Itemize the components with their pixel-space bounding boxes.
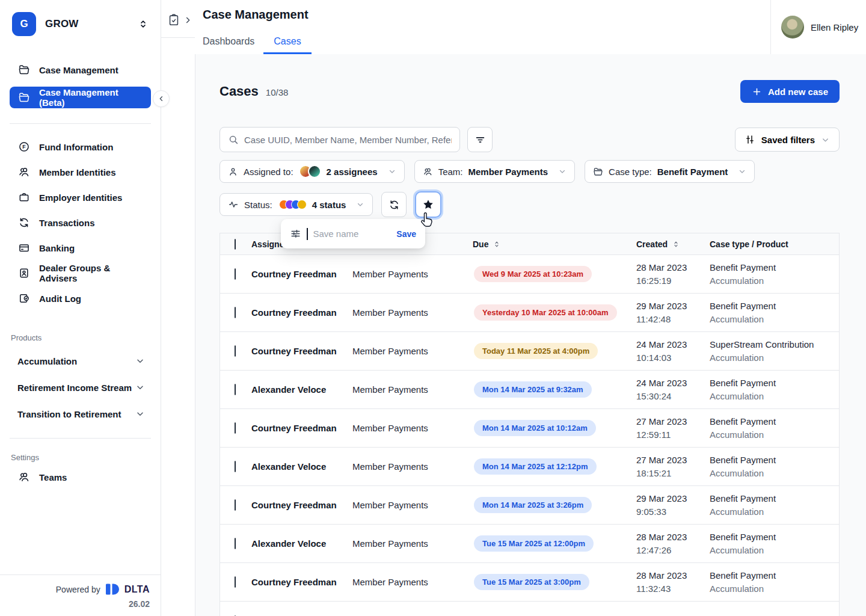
table-row[interactable]: Courtney Freedman Member Payments Wed 9 … [220,255,839,294]
filter-lines-button[interactable] [467,127,493,152]
settings-section-label: Settings [0,453,161,462]
app-version: 26.02 [11,599,150,609]
case-type: Benefit Payment [710,378,839,388]
table-row[interactable]: Courtney Freedman Member Payments Mon 14… [220,486,839,525]
org-switcher[interactable]: G GROW [0,0,161,36]
row-checkbox[interactable] [235,461,236,472]
star-icon [422,199,434,211]
created-time: 12:47:26 [636,545,707,555]
search-box [220,127,460,152]
sidebar-item-audit-log[interactable]: Audit Log [10,290,151,307]
row-checkbox[interactable] [235,538,236,549]
row-checkbox[interactable] [235,422,236,434]
sidebar-nav-settings: Teams [10,469,151,485]
created-cell: 27 Mar 2023 18:15:21 [634,455,707,478]
created-date: 29 Mar 2023 [636,301,707,311]
row-checkbox[interactable] [235,307,236,318]
due-chip: Mon 14 Mar 2025 at 9:32am [474,381,592,398]
activity-icon [228,199,239,210]
sidebar-item-teams[interactable]: Teams [10,469,151,485]
row-checkbox[interactable] [235,268,236,280]
col-created: Created [636,239,668,249]
case-type: Benefit Payment [710,301,839,311]
status-dot [297,200,307,209]
table-row[interactable]: Courtney Freedman Member Payments Today … [220,332,839,371]
filter-case-type[interactable]: Case type: Benefit Payment [585,160,755,183]
product: Accumulation [710,353,839,363]
assignee-avatars [299,165,321,178]
case-type: Benefit Payment [710,493,839,504]
table-row[interactable]: 29 Mar 2023 Benefit Payment [220,602,839,616]
product-retirement-income-stream[interactable]: Retirement Income Stream [0,379,161,396]
sidebar-item-label: Audit Log [39,294,81,304]
strip-divider [161,37,195,38]
product-transition-to-retirement[interactable]: Transition to Retirement [0,405,161,422]
save-name-input[interactable] [313,229,392,239]
created-time: 9:05:33 [636,507,707,517]
search-input[interactable] [244,135,452,145]
case-type-cell: SuperStream Contribution Accumulation [707,339,839,363]
id-badge-icon [18,267,30,279]
sidebar-divider [10,123,151,124]
table-row[interactable]: Alexander Veloce Member Payments Mon 14 … [220,371,839,409]
sidebar-item-banking[interactable]: Banking [10,239,151,256]
filter-team[interactable]: Team: Member Payments [414,160,575,183]
sort-icon[interactable] [672,240,680,248]
page-header: Case Management Dashboards Cases Ellen R… [161,0,866,54]
saved-filters-button[interactable]: Saved filters [735,128,840,152]
product-accumulation[interactable]: Accumulation [0,353,161,369]
sidebar-item-dealer-groups[interactable]: Dealer Groups & Advisers [10,265,151,282]
user-menu[interactable]: Ellen Ripley [770,0,866,54]
sidebar-item-member-identities[interactable]: Member Identities [10,164,151,180]
created-date: 27 Mar 2023 [636,455,707,465]
refresh-button[interactable] [381,192,407,217]
sidebar-nav-main: F Fund Information Member Identities Emp… [10,138,151,307]
sidebar-item-label: Case Management (Beta) [39,87,143,108]
row-checkbox[interactable] [235,345,236,357]
tab-cases[interactable]: Cases [263,36,311,54]
sidebar-collapse-button[interactable] [153,90,170,107]
team-name: Member Payments [350,500,470,510]
clipboard-check-icon[interactable] [167,13,180,26]
product: Accumulation [710,584,839,594]
table-row[interactable]: Courtney Freedman Member Payments Mon 14… [220,409,839,448]
select-all-checkbox[interactable] [235,239,236,250]
status-dots [279,200,307,209]
sidebar-item-transactions[interactable]: Transactions [10,214,151,231]
team-name: Member Payments [350,423,470,433]
sidebar-item-label: Dealer Groups & Advisers [39,263,143,283]
save-filter-star-button[interactable] [415,191,441,218]
folder-icon [593,167,603,177]
row-checkbox[interactable] [235,499,236,511]
team-name: Member Payments [350,461,470,472]
chevron-right-icon[interactable] [183,16,192,25]
row-checkbox[interactable] [235,576,236,588]
team-name: Member Payments [350,384,470,395]
due-chip: Tue 15 Mar 2025 at 3:00pm [474,574,589,590]
table-row[interactable]: Alexander Veloce Member Payments Tue 15 … [220,525,839,563]
sidebar-item-fund-information[interactable]: F Fund Information [10,138,151,155]
case-type: SuperStream Contribution [710,339,839,350]
sidebar-item-case-management-beta[interactable]: Case Management (Beta) [10,87,151,108]
tab-dashboards[interactable]: Dashboards [203,36,254,54]
case-type: Benefit Payment [710,416,839,427]
sidebar-item-employer-identities[interactable]: Employer Identities [10,189,151,206]
filter-assigned-to[interactable]: Assigned to: 2 assignees [220,160,405,183]
row-checkbox[interactable] [235,384,236,395]
org-logo: G [12,12,36,36]
sidebar-item-label: Member Identities [39,167,116,177]
case-type-cell: Benefit Payment Accumulation [707,493,839,517]
table-row[interactable]: Courtney Freedman Member Payments Yester… [220,294,839,332]
table-row[interactable]: Alexander Veloce Member Payments Mon 14 … [220,448,839,486]
created-cell: 28 Mar 2023 16:25:19 [634,262,707,286]
unfold-icon[interactable] [138,19,149,29]
add-new-case-button[interactable]: Add new case [740,80,840,103]
save-button[interactable]: Save [396,229,416,239]
case-type-cell: Benefit Payment Accumulation [707,301,839,324]
sidebar-item-case-management[interactable]: Case Management [10,61,151,78]
sort-icon[interactable] [493,240,501,248]
table-row[interactable]: Courtney Freedman Member Payments Tue 15… [220,563,839,602]
assignee-name: Courtney Freedman [249,577,350,587]
filter-status[interactable]: Status: 4 status [220,193,373,216]
due-chip: Mon 14 Mar 2025 at 12:12pm [474,458,597,475]
